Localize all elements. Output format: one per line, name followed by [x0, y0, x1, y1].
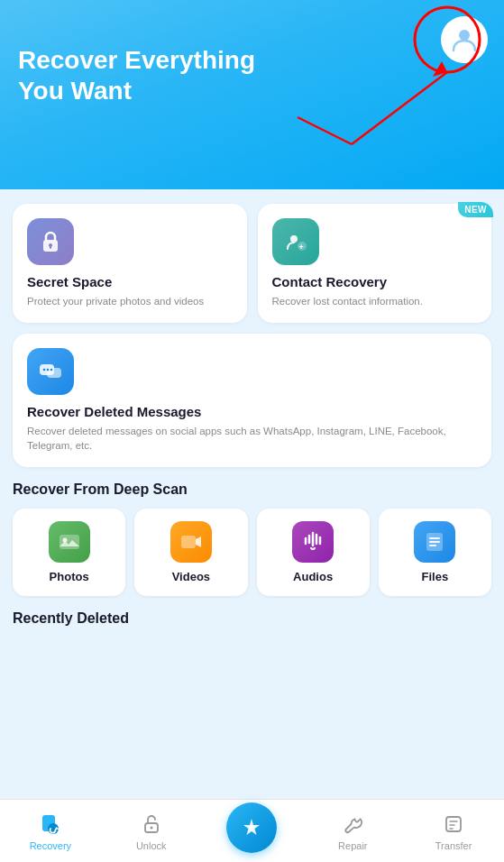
- svg-text:+: +: [298, 243, 303, 252]
- videos-icon: [170, 521, 212, 563]
- cards-row: Secret Space Protect your private photos…: [13, 204, 491, 323]
- header: Recover Everything You Want: [0, 0, 504, 189]
- contact-recovery-title: Contact Recovery: [272, 274, 478, 289]
- unlock-nav-label: Unlock: [136, 840, 167, 851]
- recovery-nav-label: Recovery: [30, 840, 71, 851]
- secret-space-card[interactable]: Secret Space Protect your private photos…: [13, 204, 247, 323]
- audios-icon: [292, 521, 334, 563]
- center-fab[interactable]: [226, 802, 277, 853]
- contact-recovery-icon: +: [272, 218, 319, 265]
- recover-messages-icon: [27, 348, 74, 395]
- scan-videos[interactable]: Videos: [134, 509, 247, 596]
- nav-recovery[interactable]: Recovery: [0, 812, 101, 851]
- nav-unlock[interactable]: Unlock: [101, 812, 202, 851]
- recover-messages-card[interactable]: Recover Deleted Messages Recover deleted…: [13, 334, 491, 467]
- header-title: Recover Everything You Want: [18, 45, 486, 105]
- contact-recovery-desc: Recover lost contact information.: [272, 294, 478, 308]
- avatar-button[interactable]: [441, 16, 488, 63]
- unlock-nav-icon: [139, 812, 164, 837]
- secret-space-title: Secret Space: [27, 274, 233, 289]
- svg-rect-28: [446, 817, 461, 831]
- svg-rect-20: [429, 537, 440, 539]
- svg-line-3: [298, 117, 352, 144]
- repair-nav-icon: [340, 812, 365, 837]
- avatar-icon: [450, 25, 479, 54]
- nav-center[interactable]: [202, 802, 303, 860]
- files-icon: [414, 521, 455, 563]
- svg-point-26: [150, 826, 152, 829]
- repair-nav-label: Repair: [338, 840, 367, 851]
- new-badge: New: [458, 202, 493, 217]
- svg-rect-22: [429, 545, 436, 546]
- transfer-nav-label: Transfer: [435, 840, 472, 851]
- bottom-nav: Recovery Unlock Repair: [0, 799, 504, 862]
- svg-point-8: [290, 235, 298, 243]
- scan-photos[interactable]: Photos: [13, 509, 125, 596]
- photos-icon: [49, 521, 90, 563]
- videos-label: Videos: [172, 570, 210, 583]
- svg-rect-12: [47, 368, 61, 378]
- scan-audios[interactable]: Audios: [257, 509, 370, 596]
- svg-rect-16: [60, 535, 79, 549]
- recover-messages-title: Recover Deleted Messages: [27, 404, 477, 419]
- svg-point-13: [43, 369, 46, 371]
- recover-messages-desc: Recover deleted messages on social apps …: [27, 424, 477, 453]
- svg-rect-18: [181, 536, 196, 548]
- main-content: Secret Space Protect your private photos…: [0, 189, 504, 799]
- secret-space-desc: Protect your private photos and videos: [27, 294, 233, 308]
- svg-point-14: [47, 369, 50, 371]
- svg-point-27: [249, 825, 254, 830]
- files-label: Files: [422, 570, 449, 583]
- scan-files[interactable]: Files: [379, 509, 491, 596]
- audios-label: Audios: [293, 570, 333, 583]
- nav-transfer[interactable]: Transfer: [403, 812, 504, 851]
- svg-rect-7: [50, 245, 51, 249]
- transfer-nav-icon: [441, 812, 466, 837]
- deep-scan-title: Recover From Deep Scan: [13, 481, 491, 498]
- svg-point-0: [459, 30, 470, 41]
- scan-grid: Photos Videos Audios: [13, 509, 491, 596]
- recovery-nav-icon: [38, 812, 63, 837]
- svg-point-15: [50, 369, 53, 371]
- svg-rect-21: [429, 541, 440, 543]
- secret-space-icon: [27, 218, 74, 265]
- recently-deleted-title: Recently Deleted: [13, 610, 491, 627]
- contact-recovery-card[interactable]: New + Contact Recovery Recover lost cont…: [258, 204, 492, 323]
- photos-label: Photos: [50, 570, 89, 583]
- nav-repair[interactable]: Repair: [302, 812, 403, 851]
